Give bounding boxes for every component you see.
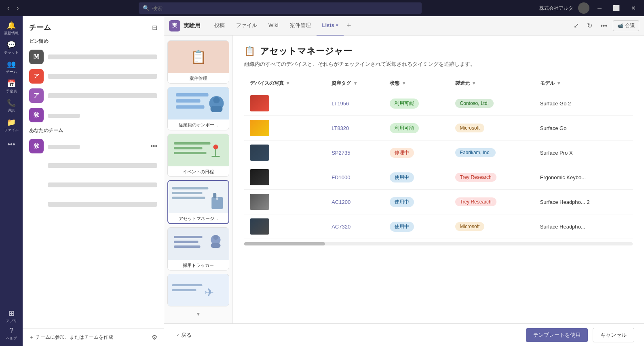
search-bar[interactable]: 🔍 <box>139 2 422 14</box>
list-item[interactable]: 敦 <box>23 105 164 125</box>
tab-add-button[interactable]: + <box>344 21 355 30</box>
cell-tag[interactable]: LT8320 <box>326 116 384 140</box>
svg-rect-8 <box>174 152 207 154</box>
asset-tag-link[interactable]: SP2735 <box>332 150 350 156</box>
list-item[interactable]: ア <box>23 86 164 105</box>
list-item[interactable]: 関 <box>23 47 164 67</box>
asset-tag-link[interactable]: FD1000 <box>332 174 350 180</box>
title-bar-right: 株式会社アルタ ─ ⬜ ✕ <box>539 2 639 14</box>
list-item[interactable] <box>23 175 164 195</box>
list-card-cases[interactable]: 📋 案件管理 <box>167 40 229 84</box>
cell-tag[interactable]: AC7320 <box>326 214 384 239</box>
asset-tag-link[interactable]: LT1956 <box>332 101 349 107</box>
cell-status: 利用可能 <box>384 116 449 140</box>
tab-wiki[interactable]: Wiki <box>263 16 284 36</box>
table-row[interactable]: FD1000 使用中 Trey Research Ergonomic Keybo… <box>244 165 633 190</box>
sidebar-item-activity[interactable]: 🔔 最新情報 <box>2 19 20 37</box>
filter-icon[interactable]: ⊟ <box>152 24 157 31</box>
more-options-icon[interactable]: ••• <box>150 143 157 150</box>
list-item[interactable]: ア <box>23 67 164 86</box>
asset-list-icon: 📋 <box>244 46 255 57</box>
meeting-button[interactable]: 📹 会議 <box>613 20 639 31</box>
list-item[interactable]: 敦 ••• <box>23 136 164 156</box>
list-card-travel[interactable]: ✈ <box>167 274 229 306</box>
asset-tag-link[interactable]: AC1200 <box>332 199 351 205</box>
cell-model: Surface Pro X <box>534 140 633 165</box>
sidebar-label-help: ヘルプ <box>6 336 17 341</box>
back-button[interactable]: ‹ <box>5 4 12 13</box>
maximize-button[interactable]: ⬜ <box>610 4 623 12</box>
col-manufacturer[interactable]: 製造元 ▾ <box>450 76 534 91</box>
scrollbar-thumb[interactable] <box>244 242 325 245</box>
col-status[interactable]: 状態 ▾ <box>384 76 449 91</box>
tab-lists[interactable]: Lists ▾ <box>317 16 344 36</box>
col-model[interactable]: モデル ▾ <box>534 76 633 91</box>
svg-rect-23 <box>211 243 221 248</box>
cell-status: 利用可能 <box>384 91 449 116</box>
more-options-icon[interactable]: ••• <box>598 21 610 31</box>
cell-tag[interactable]: AC1200 <box>326 190 384 214</box>
table-row[interactable]: AC1200 使用中 Trey Research Surface Headpho… <box>244 190 633 214</box>
cell-tag[interactable]: SP2735 <box>326 140 384 165</box>
onboarding-visual <box>168 87 229 120</box>
back-button[interactable]: ‹ 戻る <box>177 331 192 339</box>
cancel-button[interactable]: キャンセル <box>593 328 634 342</box>
list-card-recruit[interactable]: 採用トラッカー <box>167 227 229 271</box>
cell-tag[interactable]: LT1956 <box>326 91 384 116</box>
table-row[interactable]: LT8320 利用可能 Microsoft Surface Go <box>244 116 633 140</box>
sidebar-item-chat[interactable]: 💬 チャット <box>2 39 20 57</box>
device-photo <box>250 194 269 210</box>
sidebar-item-calendar[interactable]: 📅 予定表 <box>2 78 20 95</box>
use-template-button[interactable]: テンプレートを使用 <box>526 328 588 342</box>
tab-posts[interactable]: 投稿 <box>209 16 230 36</box>
expand-icon[interactable]: ⤢ <box>571 20 581 31</box>
list-card-onboarding[interactable]: 従業員のオンボー... <box>167 87 229 130</box>
join-team-button[interactable]: ＋ チームに参加、またはチームを作成 <box>29 334 113 341</box>
sidebar-label-teams: チーム <box>6 69 17 75</box>
list-card-image: ✈ <box>168 274 229 306</box>
asset-table: デバイスの写真 ▾ 資産タグ ▾ 状態 ▾ <box>244 76 633 239</box>
asset-description: 組織内のすべてのデバイスと、それらがチェックインされて返却されるタイミングを追跡… <box>244 61 633 68</box>
minimize-button[interactable]: ─ <box>594 4 605 12</box>
asset-tag-link[interactable]: AC7320 <box>332 224 351 230</box>
tab-files[interactable]: ファイル <box>230 16 263 36</box>
sidebar-item-files[interactable]: 📁 ファイル <box>2 116 20 134</box>
sidebar-item-more[interactable]: ••• <box>2 136 20 153</box>
cell-tag[interactable]: FD1000 <box>326 165 384 190</box>
asset-tag-link[interactable]: LT8320 <box>332 125 349 131</box>
settings-icon[interactable]: ⚙ <box>152 333 157 341</box>
close-button[interactable]: ✕ <box>628 4 639 12</box>
cell-model: Ergonomic Keybo... <box>534 165 633 190</box>
main-layout: 🔔 最新情報 💬 チャット 👥 チーム 📅 予定表 📞 通話 📁 ファイル ••… <box>0 16 644 346</box>
table-row[interactable]: SP2735 修理中 Fabrikam, Inc. Surface Pro X <box>244 140 633 165</box>
team-avatar: ア <box>29 88 44 103</box>
back-arrow-icon: ‹ <box>177 332 179 338</box>
table-row[interactable]: LT1956 利用可能 Contoso, Ltd. Surface Go 2 <box>244 91 633 116</box>
nav-buttons: ‹ › <box>5 4 21 13</box>
apps-icon: ⊞ <box>8 309 15 318</box>
list-card-assets[interactable]: アセットマネージ... <box>167 180 229 224</box>
col-photo[interactable]: デバイスの写真 ▾ <box>244 76 326 91</box>
list-card-image <box>168 134 229 166</box>
table-row[interactable]: AC7320 使用中 Microsoft Surface Headpho... <box>244 214 633 239</box>
sidebar-item-apps[interactable]: ⊞ アプリ <box>2 307 20 325</box>
horizontal-scrollbar[interactable] <box>244 242 633 247</box>
sidebar-item-help[interactable]: ? ヘルプ <box>2 325 20 343</box>
sidebar-item-teams[interactable]: 👥 チーム <box>2 58 20 76</box>
avatar[interactable] <box>578 2 589 14</box>
sidebar-item-calls[interactable]: 📞 通話 <box>2 97 20 115</box>
cell-model: Surface Go <box>534 116 633 140</box>
refresh-icon[interactable]: ↻ <box>585 20 595 31</box>
sidebar-bottom: ⊞ アプリ ? ヘルプ <box>2 307 20 343</box>
forward-button[interactable]: › <box>14 4 21 13</box>
device-photo <box>250 169 269 185</box>
status-badge: 使用中 <box>390 172 414 182</box>
asset-header: 📋 アセットマネージャー <box>244 45 633 57</box>
search-input[interactable] <box>152 5 418 11</box>
svg-rect-7 <box>174 147 203 149</box>
col-tag[interactable]: 資産タグ ▾ <box>326 76 384 91</box>
list-card-events[interactable]: イベントの日程 <box>167 134 229 177</box>
list-item[interactable] <box>23 195 164 214</box>
tab-cases[interactable]: 案件管理 <box>284 16 317 36</box>
list-item[interactable] <box>23 156 164 175</box>
